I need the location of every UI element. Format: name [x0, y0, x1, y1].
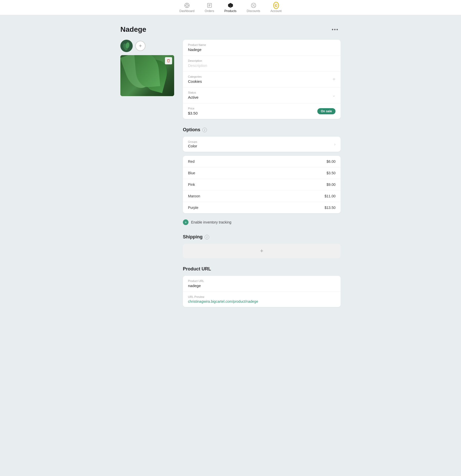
variant-row[interactable]: Blue $3.50 — [183, 167, 341, 179]
add-shipping-icon: + — [260, 248, 264, 254]
groups-value: Color — [188, 144, 197, 148]
main-content: Nadege ••• + — [115, 15, 346, 336]
shipping-section: Shipping i + — [183, 234, 341, 258]
product-url-label: Product URL — [188, 279, 336, 282]
dashboard-icon — [184, 3, 190, 8]
status-chevron-icon[interactable]: ⌄ — [332, 93, 336, 98]
options-title-text: Options — [183, 127, 200, 133]
nav-item-dashboard[interactable]: Dashboard — [180, 3, 195, 13]
groups-item[interactable]: Groups Color › — [183, 137, 341, 152]
categories-value: Cookies — [188, 79, 202, 84]
variant-price: $11.00 — [324, 194, 336, 198]
page-header: Nadege ••• — [120, 25, 341, 34]
variants-card: Red $6.00 Blue $3.50 Pink $9.00 Maroon $… — [183, 156, 341, 213]
account-initial: C — [275, 4, 277, 7]
variant-row[interactable]: Pink $9.00 — [183, 179, 341, 190]
status-value: Active — [188, 95, 198, 99]
nav-label-account: Account — [270, 9, 281, 13]
product-form-card: Product name Nadege Description Descript… — [183, 40, 341, 119]
add-image-button[interactable]: + — [135, 41, 145, 51]
nav-item-discounts[interactable]: Discounts — [247, 3, 260, 13]
image-controls: + — [120, 40, 177, 52]
product-url-value: nadege — [188, 283, 336, 288]
nav-item-account[interactable]: C Account — [270, 3, 281, 13]
price-field[interactable]: Price $3.50 On sale — [183, 103, 341, 119]
description-label: Description — [188, 59, 336, 62]
variant-row[interactable]: Red $6.00 — [183, 156, 341, 167]
options-section-title: Options i — [183, 127, 341, 133]
variant-name: Red — [188, 159, 195, 164]
product-name-value: Nadege — [188, 47, 336, 52]
groups-chevron-icon: › — [334, 142, 336, 147]
thumbnail-preview — [120, 40, 133, 52]
discounts-icon — [251, 3, 256, 8]
product-name-label: Product name — [188, 43, 336, 46]
url-preview-field: URL preview christinagwira.bigcartel.com… — [183, 292, 341, 307]
url-card: Product URL nadege URL preview christina… — [183, 276, 341, 307]
status-field[interactable]: Status Active ⌄ — [183, 87, 341, 103]
variant-row[interactable]: Purple $13.50 — [183, 202, 341, 213]
url-preview-link[interactable]: christinagwira.bigcartel.com/product/nad… — [188, 299, 258, 303]
price-label: Price — [188, 107, 198, 110]
product-url-title-text: Product URL — [183, 266, 211, 272]
status-label: Status — [188, 91, 198, 94]
product-name-field[interactable]: Product name Nadege — [183, 40, 341, 56]
nav-item-products[interactable]: Products — [224, 3, 236, 13]
variant-price: $13.50 — [324, 206, 336, 210]
options-info-icon[interactable]: i — [202, 128, 207, 132]
delete-image-button[interactable] — [165, 57, 172, 64]
product-url-field[interactable]: Product URL nadege — [183, 276, 341, 292]
add-shipping-button[interactable]: + — [183, 244, 341, 258]
inventory-row: + Enable inventory tracking — [183, 218, 341, 226]
categories-field[interactable]: Categories Cookies + — [183, 72, 341, 87]
on-sale-badge: On sale — [317, 108, 336, 114]
shipping-info-icon[interactable]: i — [205, 235, 209, 239]
variant-price: $3.50 — [327, 171, 336, 175]
nav-label-discounts: Discounts — [247, 9, 260, 13]
variant-name: Maroon — [188, 194, 200, 198]
shipping-title-text: Shipping — [183, 234, 203, 240]
svg-point-14 — [254, 6, 255, 7]
description-field[interactable]: Description Description — [183, 56, 341, 72]
shipping-section-title: Shipping i — [183, 234, 341, 240]
page-title: Nadege — [120, 25, 146, 34]
add-category-icon[interactable]: + — [332, 76, 336, 82]
inventory-label: Enable inventory tracking — [191, 220, 231, 224]
url-preview-label: URL preview — [188, 295, 336, 298]
categories-label: Categories — [188, 75, 202, 78]
groups-card: Groups Color › — [183, 137, 341, 152]
groups-label: Groups — [188, 140, 197, 143]
variant-row[interactable]: Maroon $11.00 — [183, 190, 341, 202]
right-panel: Product name Nadege Description Descript… — [183, 40, 341, 315]
products-icon — [228, 3, 233, 8]
orders-icon — [207, 3, 212, 8]
svg-point-13 — [252, 4, 253, 5]
product-url-section: Product URL Product URL nadege URL previ… — [183, 266, 341, 307]
main-nav: Dashboard Orders Products — [0, 0, 461, 15]
inventory-toggle-icon[interactable]: + — [183, 219, 188, 225]
svg-point-1 — [186, 4, 188, 6]
variant-name: Pink — [188, 183, 195, 187]
nav-label-dashboard: Dashboard — [180, 9, 195, 13]
variant-name: Purple — [188, 206, 198, 210]
variant-name: Blue — [188, 171, 195, 175]
main-image — [120, 55, 174, 96]
left-panel: + — [120, 40, 177, 96]
more-options-button[interactable]: ••• — [330, 26, 341, 34]
account-icon: C — [273, 3, 279, 8]
product-url-section-title: Product URL — [183, 266, 341, 272]
nav-label-products: Products — [224, 9, 236, 13]
variant-price: $6.00 — [327, 159, 336, 164]
nav-label-orders: Orders — [205, 9, 214, 13]
description-placeholder: Description — [188, 63, 336, 68]
content-layout: + Product name — [120, 40, 341, 315]
variant-price: $9.00 — [327, 183, 336, 187]
nav-item-orders[interactable]: Orders — [205, 3, 214, 13]
options-section: Options i Groups Color › — [183, 127, 341, 226]
price-value: $3.50 — [188, 111, 198, 115]
